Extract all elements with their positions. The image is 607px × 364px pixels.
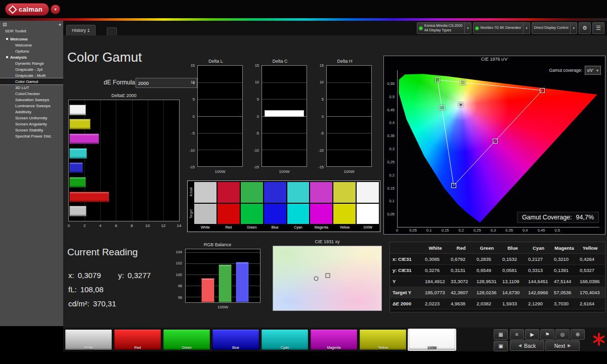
options-button[interactable]: ≡ xyxy=(510,329,524,340)
sidebar-item-screen-angularity[interactable]: Screen Angularity xyxy=(0,121,63,127)
gamut-marker-green-primary xyxy=(435,77,440,82)
swatch-label: Blue xyxy=(264,224,286,231)
meter-mode: All Display Types xyxy=(424,28,463,32)
sidebar-item-saturation-sweeps[interactable]: Saturation Sweeps xyxy=(0,97,63,103)
sidebar-item-colorchecker[interactable]: ColorChecker xyxy=(0,90,63,97)
axis-tick-label: 0,35 xyxy=(387,133,395,138)
current-reading-fl: fL:108,08 xyxy=(68,285,104,294)
gamut-marker-red-primary xyxy=(540,88,545,93)
display-control-button[interactable]: Direct Display Control ▾ xyxy=(532,22,577,34)
sidebar-item-spectral-power-dist[interactable]: Spectral Power Dist. xyxy=(0,133,63,139)
pattern-button-red[interactable]: Red xyxy=(114,329,161,350)
table-cell: 0,3085 xyxy=(422,254,448,265)
pattern-button-green[interactable]: Green xyxy=(163,329,210,350)
plot-area xyxy=(326,65,372,167)
delta-e-bar-green xyxy=(69,177,86,188)
chart-title: CIE 1931 xy xyxy=(272,239,383,245)
swatch-row-labels: Actual Target xyxy=(188,181,194,225)
calman-logo-pill[interactable]: calman xyxy=(5,3,49,16)
swatch-actual xyxy=(264,182,286,203)
meter-button[interactable]: Konica Minolta CS-2000 All Display Types… xyxy=(417,22,471,34)
sidebar-item-screen-uniformity[interactable]: Screen Uniformity xyxy=(0,115,63,121)
swatch-actual xyxy=(310,182,332,203)
x-axis-label: 100W xyxy=(326,169,372,174)
next-label: Next xyxy=(554,343,566,349)
table-cell: 8,1913 xyxy=(526,309,551,313)
pattern-button-blue[interactable]: Blue xyxy=(212,329,259,350)
app-menu-button[interactable]: ▾ xyxy=(51,5,60,14)
source-button[interactable]: Murideo 7G 8K Generator ▾ xyxy=(473,22,530,34)
delta-e-row xyxy=(69,204,179,218)
tab-history-1[interactable]: History 1 xyxy=(66,25,96,35)
swatch-white: White xyxy=(194,182,216,231)
table-cell: 370,31 xyxy=(603,276,605,287)
table-cell: 10,6218 xyxy=(500,309,526,313)
next-arrow-icon: ▶ xyxy=(568,343,571,348)
cie1931-marker-square xyxy=(326,274,330,278)
rgb-balance-chart: RGB Balance 1041021009896 100W xyxy=(172,242,263,310)
pattern-button-cyan[interactable]: Cyan xyxy=(261,329,309,350)
pattern-button-100w[interactable]: 100W xyxy=(408,329,456,350)
sidebar-item-grayscale-multi[interactable]: Grayscale - Multi xyxy=(0,72,63,78)
sidebar-item-welcome[interactable]: Welcome xyxy=(0,42,63,48)
sidebar-item-screen-stability[interactable]: Screen Stability xyxy=(0,127,63,133)
sidebar-item-3d-lut[interactable]: 3D LUT xyxy=(0,84,63,90)
axis-tick-label: 2 xyxy=(83,223,85,228)
flag-button[interactable]: ⚑ xyxy=(540,329,554,340)
table-cell: 0,3079 xyxy=(603,254,605,265)
axis-tick-label: 0,25 xyxy=(387,159,395,164)
caret-down-icon: ▾ xyxy=(464,23,469,33)
pattern-window-button[interactable]: ▦ xyxy=(494,329,508,340)
plot-area xyxy=(262,65,307,167)
rgb-bar-blue xyxy=(236,262,249,302)
axis-tick-label: 10 xyxy=(191,80,195,84)
table-row: Target Y185,077342,3807128,023614,673014… xyxy=(390,287,605,298)
table-cell: 0,3210 xyxy=(551,254,577,265)
calman-logo[interactable]: calman ▾ xyxy=(5,3,60,16)
pattern-button-yellow[interactable]: Yellow xyxy=(359,329,407,350)
sidebar-item-additivity[interactable]: Additivity xyxy=(0,109,63,115)
y-axis-labels: 151050-5-10-15 xyxy=(187,65,196,167)
sidebar-item-color-gamut[interactable]: Color Gamut xyxy=(0,78,63,84)
pattern-button-white[interactable]: White xyxy=(65,329,112,350)
delta-e-x-axis: 02468101214 xyxy=(69,223,179,229)
add-button[interactable]: ⊕ xyxy=(571,329,585,340)
target-button[interactable]: ◎ xyxy=(555,329,570,340)
back-button[interactable]: ◀ Back xyxy=(510,340,544,351)
gamut-coverage-readout: Gamut Coverage: 94,7% xyxy=(517,212,599,223)
column-header: White xyxy=(422,242,448,254)
sidebar-collapse-button[interactable]: ◂ xyxy=(58,22,61,27)
sidebar-layout-icon[interactable]: ▤ xyxy=(3,22,7,27)
sidebar-item-luminance-sweeps[interactable]: Luminance Sweeps xyxy=(0,103,63,109)
axis-tick-label: 0,15 xyxy=(387,186,395,190)
sidebar-section-analysis[interactable]: Analysis xyxy=(0,54,63,60)
sidebar-item-options[interactable]: Options xyxy=(0,48,63,54)
main-menu-button[interactable]: ☰ xyxy=(592,22,604,34)
play-button[interactable]: ▶ xyxy=(525,329,539,340)
sidebar-item-dynamic-range[interactable]: Dynamic Range xyxy=(0,60,63,66)
next-button[interactable]: Next ▶ xyxy=(545,340,580,351)
new-tab-button[interactable] xyxy=(107,27,117,35)
table-cell: 20,3516 xyxy=(448,309,474,313)
axis-tick-label: 0 xyxy=(193,114,195,118)
axis-tick-label: 0,3 xyxy=(389,147,395,151)
axis-tick-label: -15 xyxy=(318,165,324,169)
axis-tick-label: 0,5 xyxy=(554,228,559,233)
sidebar-item-grayscale-2pt[interactable]: Grayscale - 2pt xyxy=(0,66,63,72)
settings-button[interactable]: ⚙ xyxy=(579,22,591,34)
column-header: Red xyxy=(448,242,474,254)
gridline xyxy=(262,99,307,100)
swatch-label: Magenta xyxy=(310,224,332,231)
delta-h-chart: Delta H 151050-5-10-15 100W xyxy=(316,58,373,175)
pattern-button-magenta[interactable]: Magenta xyxy=(310,329,358,350)
swatch-cyan: Cyan xyxy=(287,182,310,231)
actual-row-label: Actual xyxy=(188,181,194,203)
gamut-coverage-value: 94,7% xyxy=(576,214,594,221)
results-table-panel: WhiteRedGreenBlueCyanMagentaYellow100Wx:… xyxy=(389,242,605,312)
axis-tick-label: 0 xyxy=(322,114,324,118)
sidebar-section-welcome[interactable]: Welcome xyxy=(0,36,63,42)
table-cell: 14,6730 xyxy=(500,287,526,298)
plot-area xyxy=(197,65,243,167)
pattern-fullscreen-button[interactable]: ▣ xyxy=(494,341,508,351)
swatch-actual xyxy=(287,182,310,203)
